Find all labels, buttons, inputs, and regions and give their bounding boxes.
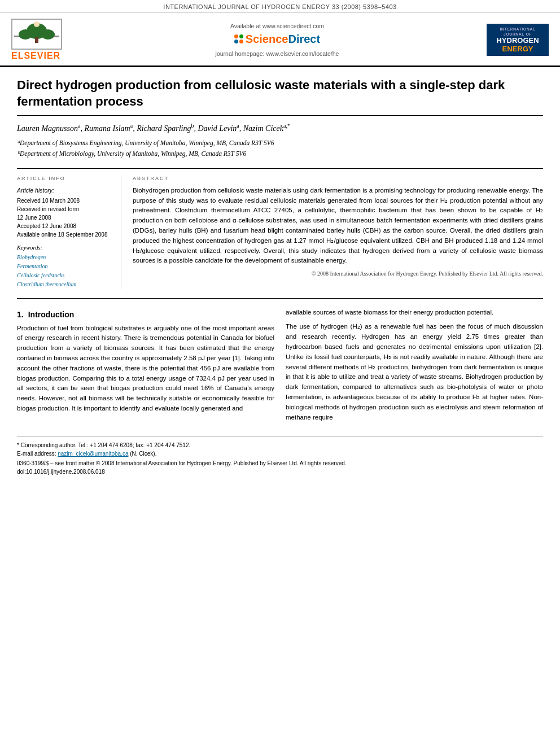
affiliations: ᵃDepartment of Biosystems Engineering, U… — [17, 138, 543, 159]
author-lauren: Lauren Magnusson — [17, 124, 78, 133]
abstract-column: ABSTRACT Biohydrogen production from cel… — [133, 176, 543, 289]
science-text: Science — [246, 33, 288, 45]
page-wrapper: INTERNATIONAL JOURNAL OF HYDROGEN ENERGY… — [0, 0, 560, 475]
hydrogen-energy-badge: International Journal of HYDROGEN ENERGY — [487, 24, 549, 56]
sd-dot-4 — [239, 40, 243, 43]
section-divider — [17, 298, 543, 299]
keywords-label: Keywords: — [17, 244, 113, 251]
sup-b: b — [191, 123, 194, 129]
svg-point-3 — [41, 29, 55, 40]
sd-dot-1 — [234, 34, 238, 38]
elsevier-tree-icon — [11, 19, 62, 50]
abstract-label: ABSTRACT — [133, 176, 543, 181]
keyword-3: Cellulosic feedstocks — [17, 271, 113, 280]
author-david: David Levin — [198, 124, 237, 133]
doi-line: doi:10.1016/j.ijhydene.2008.06.018 — [17, 469, 543, 475]
sciencedirect-wordmark: ScienceDirect — [246, 33, 320, 46]
email-note: E-mail address: nazim_cicek@umanitoba.ca… — [17, 449, 543, 458]
journal-homepage-text: journal homepage: www.elsevier.com/locat… — [79, 50, 475, 57]
keyword-1: Biohydrogen — [17, 253, 113, 262]
footer-divider — [17, 436, 543, 436]
sup-a-star: a,* — [283, 123, 290, 129]
elsevier-wordmark: ELSEVIER — [11, 51, 60, 61]
authors-line: Lauren Magnussona, Rumana Islama, Richar… — [17, 121, 543, 135]
sup-a-2: a — [130, 123, 133, 129]
sciencedirect-logo: ScienceDirect — [234, 33, 320, 46]
received-revised-date: 12 June 2008 — [17, 215, 51, 221]
affil-b: ᵇDepartment of Microbiology, University … — [17, 149, 543, 159]
issn-line: 0360-3199/$ – see front matter © 2008 In… — [17, 460, 543, 466]
section-title: Introduction — [28, 310, 75, 319]
article-history: Article history: Received 10 March 2008 … — [17, 186, 113, 239]
direct-text: Direct — [288, 33, 320, 45]
badge-intl-text: International Journal of — [490, 27, 545, 37]
corresponding-note-text: * Corresponding author. Tel.: +1 204 474… — [17, 441, 543, 449]
article-info-label: ARTICLE INFO — [17, 176, 113, 181]
received-revised: Received in revised form 12 June 2008 — [17, 205, 113, 222]
sup-a-1: a — [78, 123, 80, 129]
affil-a: ᵃDepartment of Biosystems Engineering, U… — [17, 138, 543, 148]
svg-point-2 — [19, 29, 32, 40]
svg-point-5 — [34, 21, 40, 27]
abstract-text: Biohydrogen production from cellulosic w… — [133, 186, 543, 267]
corresponding-author-note: * Corresponding author. Tel.: +1 204 474… — [17, 441, 543, 458]
article-title: Direct hydrogen production from cellulos… — [17, 67, 543, 116]
author-rumana: Rumana Islam — [84, 124, 130, 133]
available-online-date: Available online 18 September 2008 — [17, 230, 113, 239]
article-info-abstract-section: ARTICLE INFO Article history: Received 1… — [17, 168, 543, 289]
received-revised-text: Received in revised form — [17, 206, 79, 212]
elsevier-logo: ELSEVIER — [11, 19, 79, 61]
content-area: Direct hydrogen production from cellulos… — [0, 67, 560, 475]
intro-paragraph-right-1: available sources of waste biomass for t… — [286, 308, 543, 318]
publisher-logo: ELSEVIER — [11, 19, 79, 61]
sup-a-3: a — [237, 123, 239, 129]
badge-hydrogen-text: HYDROGEN — [490, 37, 545, 45]
author-nazim: Nazim Cicek — [243, 124, 283, 133]
received-1: Received 10 March 2008 — [17, 196, 113, 205]
badge-h-text: HYDROGEN — [496, 36, 539, 45]
author-richard: Richard Sparling — [137, 124, 191, 133]
journal-header: ELSEVIER Available at www.sciencedirect.… — [0, 13, 560, 67]
keyword-4: Clostridium thermocellum — [17, 280, 113, 289]
badge-energy-text: ENERGY — [490, 45, 545, 53]
svg-rect-4 — [35, 37, 38, 43]
section-number: 1. — [17, 310, 24, 319]
body-content: 1.Introduction Production of fuel from b… — [17, 308, 543, 427]
sd-dot-2 — [239, 34, 243, 38]
copyright-line: © 2008 International Association for Hyd… — [133, 270, 543, 277]
intro-paragraph-1: Production of fuel from biological subst… — [17, 324, 274, 414]
accepted-date: Accepted 12 June 2008 — [17, 222, 113, 230]
available-at-text: Available at www.sciencedirect.com — [79, 23, 475, 29]
intro-paragraph-right-2: The use of hydrogen (H₂) as a renewable … — [286, 322, 543, 422]
introduction-heading: 1.Introduction — [17, 310, 274, 319]
keyword-2: Fermentation — [17, 262, 113, 271]
journal-info-center: Available at www.sciencedirect.com Scien… — [79, 23, 475, 57]
article-info-column: ARTICLE INFO Article history: Received 1… — [17, 176, 121, 289]
email-name: (N. Cicek). — [130, 451, 156, 457]
body-right-column: available sources of waste biomass for t… — [286, 308, 543, 427]
journal-badge: International Journal of HYDROGEN ENERGY — [475, 24, 549, 56]
sd-dot-3 — [234, 40, 238, 43]
sd-dots-icon — [234, 34, 243, 43]
keywords-section: Keywords: Biohydrogen Fermentation Cellu… — [17, 244, 113, 289]
journal-citation: INTERNATIONAL JOURNAL OF HYDROGEN ENERGY… — [163, 3, 396, 10]
body-left-column: 1.Introduction Production of fuel from b… — [17, 308, 274, 427]
journal-header-bar: INTERNATIONAL JOURNAL OF HYDROGEN ENERGY… — [0, 0, 560, 13]
history-label: Article history: — [17, 186, 113, 195]
email-link[interactable]: nazim_cicek@umanitoba.ca — [58, 451, 128, 457]
